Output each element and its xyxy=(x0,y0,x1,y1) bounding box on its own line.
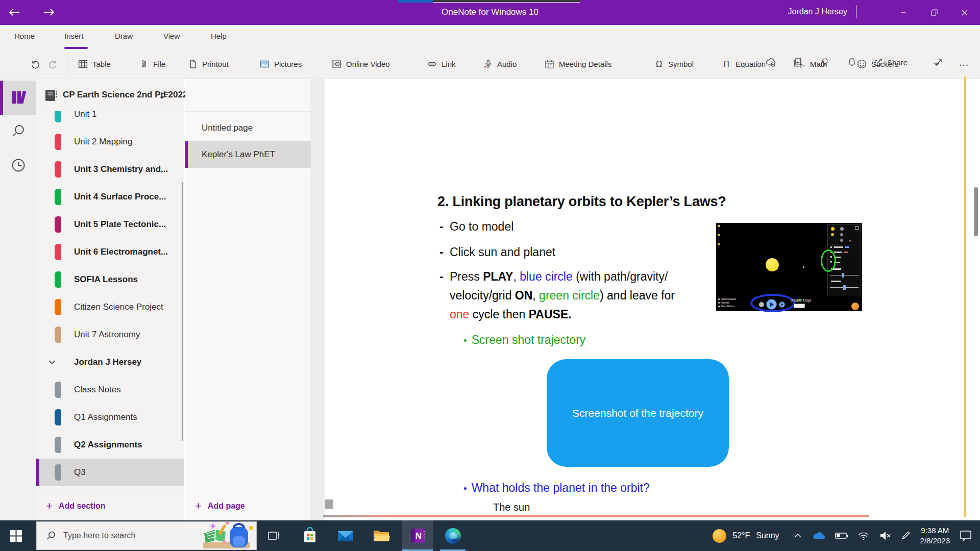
sidebar-section-sofia-lessons[interactable]: SOFIA Lessons xyxy=(36,266,184,293)
pictures-label: Pictures xyxy=(274,60,302,68)
section-label: Unit 1 xyxy=(74,111,96,119)
section-label: Q1 Assignments xyxy=(74,412,137,422)
close-button[interactable] xyxy=(949,0,980,25)
meeting-details-button[interactable]: Meeting Details xyxy=(544,54,611,74)
link-button[interactable]: Link xyxy=(427,54,456,74)
bullet-go-to-model: - Go to model xyxy=(439,220,513,234)
volume-muted-icon[interactable] xyxy=(879,531,891,541)
task-view-button[interactable] xyxy=(261,520,287,551)
sync-status-icon[interactable] xyxy=(765,55,777,70)
dash-bullet: - xyxy=(439,245,450,259)
section-label: Q2 Assignments xyxy=(74,440,142,450)
bullet-text: Click sun and planet xyxy=(450,245,555,259)
sidebar-section-unit-2-mapping[interactable]: Unit 2 Mapping xyxy=(36,128,184,156)
symbol-label: Symbol xyxy=(668,60,694,68)
audio-button[interactable]: Audio xyxy=(483,54,517,74)
taskbar-clock[interactable]: 9:38 AM 2/8/2023 xyxy=(920,525,950,546)
sidebar-section-unit-5-plate-tectonic[interactable]: Unit 5 Plate Tectonic... xyxy=(36,211,184,238)
notebooks-icon[interactable] xyxy=(0,88,36,107)
meeting-details-label: Meeting Details xyxy=(559,60,611,68)
system-tray: 52°F Sunny 9:38 AM xyxy=(713,520,980,551)
sort-pages-icon[interactable] xyxy=(159,90,170,101)
share-button[interactable]: Share xyxy=(873,55,908,70)
notifications-bell-icon[interactable] xyxy=(847,55,857,70)
more-options-ellipsis[interactable]: … xyxy=(959,55,969,70)
recent-notes-clock-icon[interactable] xyxy=(0,157,36,174)
sections-list: Unit 1Unit 2 MappingUnit 3 Chemistry and… xyxy=(36,111,184,491)
bullet-click-sun-planet: - Click sun and planet xyxy=(439,245,555,259)
symbol-button[interactable]: Ω Symbol xyxy=(654,54,694,74)
clock-date: 2/8/2023 xyxy=(920,536,950,546)
wifi-icon[interactable] xyxy=(857,531,870,541)
taskbar-edge-icon[interactable] xyxy=(438,520,468,551)
sim-checkbox xyxy=(830,256,832,258)
tab-insert[interactable]: Insert xyxy=(64,32,84,40)
answer-text: The sun xyxy=(493,502,530,513)
minimize-button[interactable] xyxy=(888,0,919,25)
text-run: ON xyxy=(515,289,533,302)
sections-scrollbar[interactable] xyxy=(182,182,183,441)
sidebar-section-class-notes[interactable]: Class Notes xyxy=(36,376,184,404)
page-item-kepler-s-law-phet[interactable]: Kepler's Law PhET xyxy=(185,141,311,168)
tab-home[interactable]: Home xyxy=(14,32,35,40)
tab-view[interactable]: View xyxy=(163,32,180,40)
taskbar-search-box[interactable]: Type here to search xyxy=(36,521,257,550)
undo-button[interactable] xyxy=(30,54,41,74)
battery-icon[interactable] xyxy=(835,532,848,540)
pen-icon[interactable] xyxy=(900,531,911,541)
table-button[interactable]: Table xyxy=(78,54,111,74)
equation-button[interactable]: Π Equation xyxy=(721,54,766,74)
ideas-lightbulb-icon[interactable] xyxy=(820,55,830,70)
printout-button[interactable]: Printout xyxy=(188,54,229,74)
fullscreen-icon[interactable] xyxy=(934,55,944,70)
text-run: , xyxy=(513,270,520,283)
pictures-button[interactable]: Pictures xyxy=(259,54,302,74)
sidebar-section-unit-6-electromagnet[interactable]: Unit 6 Electromagnet... xyxy=(36,238,184,266)
page-item-untitled-page[interactable]: Untitled page xyxy=(185,115,311,141)
sidebar-section-jordan-j-hersey[interactable]: Jordan J Hersey xyxy=(36,348,184,376)
recent-pages-icon[interactable] xyxy=(792,55,803,70)
sidebar-section-unit-4-surface-proce[interactable]: Unit 4 Surface Proce... xyxy=(36,183,184,211)
sections-panel: CP Earth Science 2nd Pd 2022-23 Unit 1Un… xyxy=(36,79,184,520)
sidebar-section-q1-assignments[interactable]: Q1 Assignments xyxy=(36,404,184,431)
restore-button[interactable] xyxy=(919,0,949,25)
clock-time: 9:38 AM xyxy=(920,525,950,536)
online-video-button[interactable]: Online Video xyxy=(331,54,390,74)
add-page-button[interactable]: + Add page xyxy=(185,491,310,520)
taskbar-file-explorer-icon[interactable] xyxy=(366,520,396,551)
notebook-title: CP Earth Science 2nd Pd 2022-23 xyxy=(63,90,200,100)
bullet-text: Go to model xyxy=(450,220,513,234)
tab-help[interactable]: Help xyxy=(211,32,227,40)
taskbar-mail-icon[interactable] xyxy=(331,520,360,551)
equation-label: Equation xyxy=(736,60,766,68)
notebook-header[interactable]: CP Earth Science 2nd Pd 2022-23 xyxy=(36,79,184,111)
add-section-button[interactable]: + Add section xyxy=(36,491,184,520)
question-text: What holds the planet in the orbit? xyxy=(472,481,650,495)
sidebar-section-unit-3-chemistry-and[interactable]: Unit 3 Chemistry and... xyxy=(36,156,184,183)
onedrive-cloud-icon[interactable] xyxy=(812,531,826,541)
section-label: Unit 5 Plate Tectonic... xyxy=(74,219,166,230)
taskbar-store-icon[interactable] xyxy=(295,520,325,551)
sidebar-section-q3[interactable]: Q3 xyxy=(36,459,184,486)
section-tab-icon xyxy=(55,216,61,233)
search-icon[interactable] xyxy=(0,123,36,139)
section-label: Jordan J Hersey xyxy=(74,357,141,367)
text-run: Press xyxy=(450,270,483,283)
signed-in-user[interactable]: Jordan J Hersey xyxy=(788,7,848,16)
active-tab-indicator xyxy=(64,47,88,49)
tab-draw[interactable]: Draw xyxy=(115,32,133,40)
start-button[interactable] xyxy=(0,520,32,551)
link-label: Link xyxy=(442,60,456,68)
action-center-icon[interactable] xyxy=(960,530,972,541)
sidebar-section-citizen-science-project[interactable]: Citizen Science Project xyxy=(36,293,184,321)
text-run: ) and leave for xyxy=(600,289,675,302)
weather-widget[interactable]: 52°F Sunny xyxy=(713,529,779,543)
section-label: Unit 6 Electromagnet... xyxy=(74,247,168,257)
sidebar-section-q2-assignments[interactable]: Q2 Assignments xyxy=(36,431,184,459)
sidebar-section-unit-1[interactable]: Unit 1 xyxy=(36,111,184,128)
taskbar-onenote-icon[interactable]: N xyxy=(402,520,433,551)
redo-button[interactable] xyxy=(47,54,59,74)
file-button[interactable]: File xyxy=(139,54,165,74)
tray-chevron-up-icon[interactable] xyxy=(793,533,802,539)
sidebar-section-unit-7-astronomy[interactable]: Unit 7 Astronomy xyxy=(36,321,184,348)
